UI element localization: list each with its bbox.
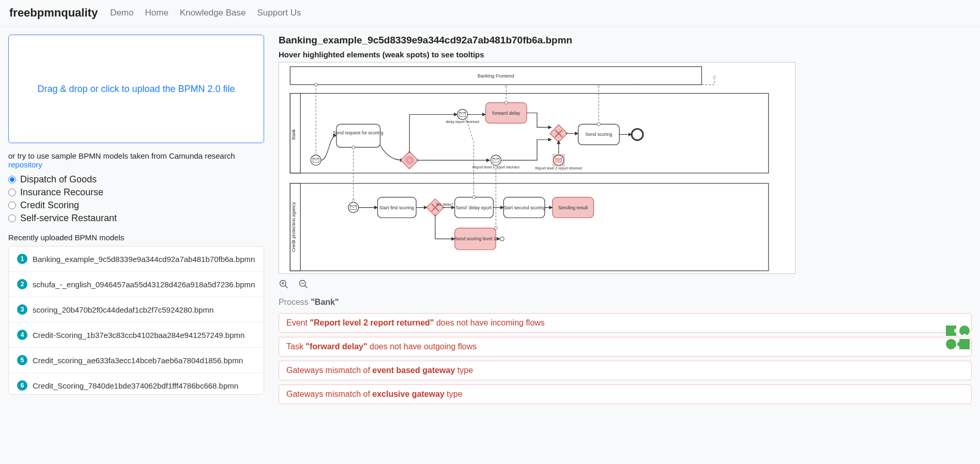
svg-point-46 bbox=[314, 83, 317, 86]
bpmn-task-sending-result[interactable]: Sending result bbox=[553, 197, 594, 218]
recent-header: Recently uploaded BPMN models bbox=[8, 233, 264, 242]
svg-text:Start first scoring: Start first scoring bbox=[379, 205, 414, 210]
list-item[interactable]: 2schufa_-_english_0946457aa55d43128d426a… bbox=[9, 272, 264, 297]
svg-rect-7 bbox=[336, 124, 380, 147]
nav-kb[interactable]: Knowledge Base bbox=[180, 8, 246, 18]
alert-item: Gateways mismatch of exclusive gateway t… bbox=[279, 384, 972, 404]
svg-text:Credit protection agency: Credit protection agency bbox=[291, 202, 296, 252]
bpmn-diagram[interactable]: Banking Frontend Bank Send request for s… bbox=[279, 62, 795, 274]
bpmn-event-rl2[interactable] bbox=[553, 154, 565, 166]
svg-point-45 bbox=[500, 237, 504, 241]
svg-point-51 bbox=[597, 122, 600, 126]
app-logo-icon[interactable] bbox=[945, 324, 971, 350]
list-badge: 3 bbox=[17, 304, 27, 315]
svg-point-48 bbox=[472, 196, 476, 199]
sample-radio-group: Dispatch of Goods Insurance Recourse Cre… bbox=[8, 174, 264, 224]
radio-restaurant[interactable] bbox=[8, 214, 16, 222]
alert-item: Event "Report level 2 report returned" d… bbox=[279, 313, 972, 333]
svg-point-47 bbox=[352, 146, 355, 149]
sample-option-restaurant[interactable]: Self-service Restaurant bbox=[8, 213, 264, 224]
list-item[interactable]: 6Credit_Scoring_7840de1bde374062bdf1fff4… bbox=[9, 373, 264, 395]
bpmn-task-forward-delay[interactable]: forward delay bbox=[485, 103, 527, 123]
radio-credit[interactable] bbox=[8, 202, 16, 209]
nav-support[interactable]: Support Us bbox=[257, 8, 301, 18]
zoom-out-icon[interactable] bbox=[298, 279, 309, 289]
svg-text:Send request for scoring: Send request for scoring bbox=[333, 130, 383, 135]
svg-point-49 bbox=[494, 226, 497, 229]
svg-point-63 bbox=[962, 334, 967, 338]
svg-text:delay report received: delay report received bbox=[446, 120, 479, 124]
sample-option-dispatch[interactable]: Dispatch of Goods bbox=[8, 174, 264, 185]
svg-point-27 bbox=[632, 129, 643, 140]
alerts: Event "Report level 2 report returned" d… bbox=[279, 313, 972, 404]
list-item[interactable]: 5Credit_scoring_ae633fa3ecc14bceb7aeb6a7… bbox=[9, 348, 264, 373]
svg-point-50 bbox=[504, 101, 508, 104]
upload-dropzone[interactable]: Drag & drop or click to upload the BPMN … bbox=[8, 35, 264, 143]
svg-point-64 bbox=[957, 342, 961, 346]
svg-text:Send scoring level 1: Send scoring level 1 bbox=[454, 236, 496, 241]
list-badge: 1 bbox=[17, 254, 27, 264]
alert-item: Gateways mismatch of event based gateway… bbox=[279, 361, 972, 380]
list-badge: 5 bbox=[17, 355, 27, 365]
svg-text:Bank: Bank bbox=[291, 129, 296, 140]
svg-point-62 bbox=[954, 329, 958, 333]
file-title: Banking_example_9c5d8339e9a344cd92a7ab48… bbox=[279, 35, 972, 46]
dropzone-text: Drag & drop or click to upload the BPMN … bbox=[37, 84, 235, 95]
process-title: Process "Bank" bbox=[279, 298, 972, 307]
svg-text:Start second scoring: Start second scoring bbox=[503, 205, 545, 210]
list-item[interactable]: 1Banking_example_9c5d8339e9a344cd92a7ab4… bbox=[9, 246, 264, 272]
svg-line-53 bbox=[285, 286, 288, 288]
list-badge: 4 bbox=[17, 330, 27, 340]
repository-link[interactable]: repository bbox=[8, 160, 42, 169]
alert-item: Task "forward delay" does not have outgo… bbox=[279, 337, 972, 357]
radio-insurance[interactable] bbox=[8, 189, 16, 196]
list-badge: 2 bbox=[17, 279, 27, 289]
svg-text:Sending result: Sending result bbox=[558, 205, 588, 210]
svg-rect-28 bbox=[290, 183, 768, 271]
list-item[interactable]: 3scoring_20b470b2f0c44dedaf1cb2f7c592428… bbox=[9, 297, 264, 322]
hover-hint: Hover highlighted elements (weak spots) … bbox=[279, 50, 972, 59]
svg-text:forward delay: forward delay bbox=[492, 111, 520, 116]
radio-dispatch[interactable] bbox=[8, 176, 16, 183]
sample-text: or try to use sample BPMN models taken f… bbox=[8, 151, 264, 169]
sample-option-credit[interactable]: Credit Scoring bbox=[8, 200, 264, 211]
list-item[interactable]: 4Credit-Scoring_1b37e3c83ccb4102baa284e9… bbox=[9, 322, 264, 348]
bpmn-task-ssl1[interactable]: Send scoring level 1 bbox=[454, 228, 496, 250]
svg-line-57 bbox=[305, 286, 308, 288]
recent-list[interactable]: 1Banking_example_9c5d8339e9a344cd92a7ab4… bbox=[8, 246, 264, 395]
nav-demo[interactable]: Demo bbox=[110, 8, 133, 18]
navbar: freebpmnquality Demo Home Knowledge Base… bbox=[0, 0, 980, 26]
svg-text:Yes delay?: Yes delay? bbox=[436, 203, 453, 207]
nav-home[interactable]: Home bbox=[145, 8, 169, 18]
zoom-in-icon[interactable] bbox=[279, 279, 289, 289]
svg-text:Banking Frontend: Banking Frontend bbox=[478, 73, 514, 79]
brand[interactable]: freebpmnquality bbox=[9, 6, 98, 20]
list-badge: 6 bbox=[17, 380, 27, 391]
sample-option-insurance[interactable]: Insurance Recourse bbox=[8, 187, 264, 198]
svg-text:Send 'delay eport: Send 'delay eport bbox=[456, 205, 492, 210]
svg-text:Send scoring: Send scoring bbox=[585, 132, 612, 137]
svg-text:Report level 2 report returned: Report level 2 report returned bbox=[535, 166, 582, 171]
